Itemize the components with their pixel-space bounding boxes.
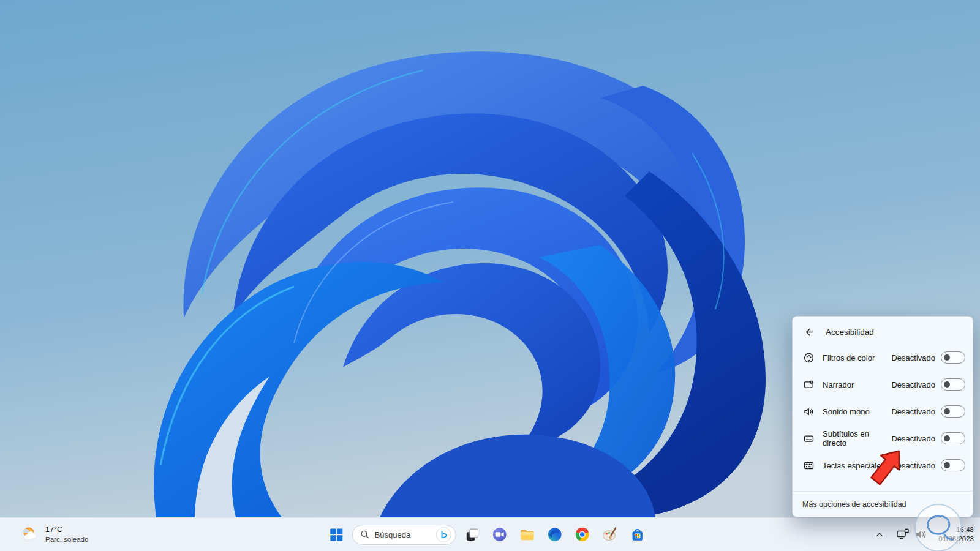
tray-date: 01/06/2023 <box>938 534 974 544</box>
toggle-knob <box>944 408 950 414</box>
color-filters-toggle[interactable] <box>941 351 965 364</box>
search-icon <box>360 530 370 539</box>
chat-button[interactable] <box>488 522 511 547</box>
tray-chevron-button[interactable] <box>871 523 888 545</box>
task-view-icon <box>464 527 480 542</box>
network-volume-button[interactable] <box>891 523 933 546</box>
toggle-knob <box>944 462 950 468</box>
row-status: Desactivado <box>891 353 935 362</box>
live-captions-icon <box>802 432 815 444</box>
task-view-button[interactable] <box>461 522 484 547</box>
mono-audio-icon <box>802 405 815 418</box>
chrome-button[interactable] <box>571 522 594 547</box>
narrator-icon <box>802 378 815 391</box>
chat-icon <box>492 527 508 542</box>
taskbar-center <box>325 518 649 551</box>
sticky-keys-toggle[interactable] <box>941 459 965 471</box>
chrome-icon <box>575 527 590 542</box>
chevron-up-icon <box>875 530 884 539</box>
edge-button[interactable] <box>543 522 567 547</box>
row-label: Filtros de color <box>823 353 875 362</box>
paint-icon <box>602 527 618 542</box>
desktop-screen: Accesibilidad Filtros de color Desactiva… <box>0 0 980 551</box>
file-explorer-icon <box>519 527 535 542</box>
toggle-knob <box>944 381 950 388</box>
weather-condition: Parc. soleado <box>45 535 88 544</box>
row-status: Desactivado <box>891 380 935 389</box>
annotation-arrow <box>854 429 922 496</box>
tray-time: 16:48 <box>938 525 974 534</box>
back-button[interactable] <box>802 326 815 338</box>
network-icon <box>896 528 910 541</box>
row-mono-audio: Sonido mono Desactivado <box>802 398 965 425</box>
taskbar: 17°C Parc. soleado <box>0 517 980 551</box>
toggle-knob <box>944 354 950 361</box>
bing-icon[interactable] <box>436 527 451 542</box>
weather-icon <box>21 525 39 544</box>
clock-button[interactable]: 16:48 01/06/2023 <box>936 525 976 544</box>
edge-icon <box>547 527 563 542</box>
volume-icon <box>914 528 928 541</box>
narrator-toggle[interactable] <box>941 378 965 391</box>
search-input[interactable] <box>375 530 431 539</box>
row-label: Narrador <box>823 380 854 389</box>
file-explorer-button[interactable] <box>516 522 539 547</box>
flyout-title: Accesibilidad <box>826 328 874 337</box>
row-narrator: Narrador Desactivado <box>802 371 965 398</box>
microsoft-store-button[interactable] <box>626 522 649 547</box>
flyout-header: Accesibilidad <box>793 317 973 340</box>
microsoft-store-icon <box>630 527 646 542</box>
row-color-filters: Filtros de color Desactivado <box>802 344 965 371</box>
weather-temperature: 17°C <box>45 525 88 535</box>
paint-button[interactable] <box>598 522 622 547</box>
back-arrow-icon <box>804 327 814 337</box>
search-box[interactable] <box>352 525 456 545</box>
mono-audio-toggle[interactable] <box>941 405 965 418</box>
weather-widget[interactable]: 17°C Parc. soleado <box>21 525 88 544</box>
sticky-keys-icon <box>802 459 815 471</box>
system-tray: 16:48 01/06/2023 <box>871 518 976 551</box>
more-accessibility-options-link[interactable]: Más opciones de accesibilidad <box>802 500 907 509</box>
live-captions-toggle[interactable] <box>941 432 965 444</box>
color-filters-icon <box>802 351 815 364</box>
weather-texts: 17°C Parc. soleado <box>45 525 88 544</box>
row-label: Sonido mono <box>823 407 870 416</box>
start-button[interactable] <box>325 522 348 547</box>
toggle-knob <box>944 435 950 441</box>
windows-logo-icon <box>328 527 344 542</box>
row-status: Desactivado <box>891 407 935 416</box>
